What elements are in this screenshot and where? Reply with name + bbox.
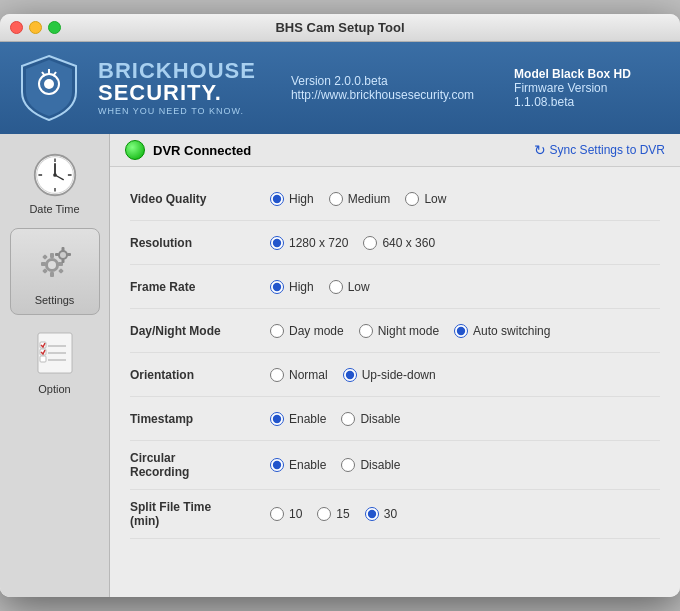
radio-label-day-night-mode-auto: Auto switching [473,324,550,338]
setting-label-split-file-time: Split File Time(min) [130,500,270,528]
radio-option-circular-recording-enable[interactable]: Enable [270,458,326,472]
radio-input-split-file-time-10[interactable] [270,507,284,521]
connected-indicator [125,140,145,160]
sidebar-option-label: Option [38,383,70,395]
radio-input-timestamp-disable[interactable] [341,412,355,426]
svg-rect-16 [50,253,54,258]
svg-rect-26 [61,247,64,251]
svg-rect-37 [40,356,46,362]
radio-option-video-quality-medium[interactable]: Medium [329,192,391,206]
radio-option-day-night-mode-auto[interactable]: Auto switching [454,324,550,338]
radio-option-day-night-mode-day[interactable]: Day mode [270,324,344,338]
setting-row-split-file-time: Split File Time(min)101530 [130,490,660,539]
radio-input-split-file-time-15[interactable] [317,507,331,521]
status-bar: DVR Connected ↻ Sync Settings to DVR [110,134,680,167]
radio-input-circular-recording-disable[interactable] [341,458,355,472]
radio-option-video-quality-high[interactable]: High [270,192,314,206]
setting-row-resolution: Resolution1280 x 720640 x 360 [130,221,660,265]
radio-option-split-file-time-30[interactable]: 30 [365,507,397,521]
radio-input-orientation-upside-down[interactable] [343,368,357,382]
sidebar-settings-label: Settings [35,294,75,306]
radio-option-day-night-mode-night[interactable]: Night mode [359,324,439,338]
setting-row-timestamp: TimestampEnableDisable [130,397,660,441]
setting-row-orientation: OrientationNormalUp-side-down [130,353,660,397]
radio-option-resolution-640x360[interactable]: 640 x 360 [363,236,435,250]
setting-options-timestamp: EnableDisable [270,412,400,426]
radio-input-frame-rate-high[interactable] [270,280,284,294]
radio-option-orientation-normal[interactable]: Normal [270,368,328,382]
radio-input-day-night-mode-day[interactable] [270,324,284,338]
radio-input-resolution-640x360[interactable] [363,236,377,250]
setting-label-frame-rate: Frame Rate [130,280,270,294]
setting-row-frame-rate: Frame RateHighLow [130,265,660,309]
svg-rect-18 [41,262,46,266]
setting-options-frame-rate: HighLow [270,280,370,294]
radio-option-timestamp-enable[interactable]: Enable [270,412,326,426]
radio-input-day-night-mode-night[interactable] [359,324,373,338]
radio-label-video-quality-low: Low [424,192,446,206]
radio-label-day-night-mode-night: Night mode [378,324,439,338]
settings-panel: Video QualityHighMediumLowResolution1280… [110,167,680,597]
sync-label: Sync Settings to DVR [550,143,665,157]
radio-option-split-file-time-10[interactable]: 10 [270,507,302,521]
radio-option-frame-rate-low[interactable]: Low [329,280,370,294]
connected-label: DVR Connected [153,143,251,158]
traffic-lights [10,21,61,34]
version-text: Version 2.0.0.beta [291,74,474,88]
radio-input-resolution-1280x720[interactable] [270,236,284,250]
radio-input-timestamp-enable[interactable] [270,412,284,426]
setting-options-resolution: 1280 x 720640 x 360 [270,236,435,250]
radio-input-video-quality-low[interactable] [405,192,419,206]
setting-row-circular-recording: CircularRecordingEnableDisable [130,441,660,490]
sync-button[interactable]: ↻ Sync Settings to DVR [534,142,665,158]
radio-label-split-file-time-10: 10 [289,507,302,521]
setting-label-circular-recording: CircularRecording [130,451,270,479]
sidebar-item-datetime[interactable]: Date Time [10,144,100,223]
radio-label-circular-recording-enable: Enable [289,458,326,472]
radio-input-day-night-mode-auto[interactable] [454,324,468,338]
radio-input-frame-rate-low[interactable] [329,280,343,294]
svg-rect-20 [42,254,48,260]
sidebar: Date Time [0,134,110,597]
checklist-icon [30,328,80,378]
svg-point-13 [53,173,57,177]
radio-input-split-file-time-30[interactable] [365,507,379,521]
radio-option-frame-rate-high[interactable]: High [270,280,314,294]
radio-input-video-quality-high[interactable] [270,192,284,206]
minimize-button[interactable] [29,21,42,34]
radio-input-video-quality-medium[interactable] [329,192,343,206]
radio-option-timestamp-disable[interactable]: Disable [341,412,400,426]
radio-label-video-quality-high: High [289,192,314,206]
radio-label-day-night-mode-day: Day mode [289,324,344,338]
radio-label-orientation-normal: Normal [289,368,328,382]
sidebar-item-settings[interactable]: Settings [10,228,100,315]
radio-input-orientation-normal[interactable] [270,368,284,382]
brand-tagline: WHEN YOU NEED TO KNOW. [98,106,256,116]
setting-row-day-night-mode: Day/Night ModeDay modeNight modeAuto swi… [130,309,660,353]
sidebar-item-option[interactable]: Option [10,320,100,403]
setting-label-day-night-mode: Day/Night Mode [130,324,270,338]
setting-row-video-quality: Video QualityHighMediumLow [130,177,660,221]
zoom-button[interactable] [48,21,61,34]
radio-label-timestamp-disable: Disable [360,412,400,426]
radio-label-resolution-640x360: 640 x 360 [382,236,435,250]
radio-input-circular-recording-enable[interactable] [270,458,284,472]
brand-security: SECURITY. [98,82,256,104]
radio-option-resolution-1280x720[interactable]: 1280 x 720 [270,236,348,250]
close-button[interactable] [10,21,23,34]
radio-option-circular-recording-disable[interactable]: Disable [341,458,400,472]
radio-option-split-file-time-15[interactable]: 15 [317,507,349,521]
sync-icon: ↻ [534,142,546,158]
content-area: DVR Connected ↻ Sync Settings to DVR Vid… [110,134,680,597]
radio-option-orientation-upside-down[interactable]: Up-side-down [343,368,436,382]
setting-options-circular-recording: EnableDisable [270,458,400,472]
radio-label-split-file-time-15: 15 [336,507,349,521]
svg-rect-27 [61,259,64,263]
setting-options-day-night-mode: Day modeNight modeAuto switching [270,324,550,338]
radio-option-video-quality-low[interactable]: Low [405,192,446,206]
header-model-block: Model Black Box HD Firmware Version 1.1.… [514,67,660,109]
model-text: Model Black Box HD [514,67,660,81]
radio-label-orientation-upside-down: Up-side-down [362,368,436,382]
logo-text: BRICKHOUSE SECURITY. WHEN YOU NEED TO KN… [98,60,256,116]
svg-point-15 [48,261,56,269]
